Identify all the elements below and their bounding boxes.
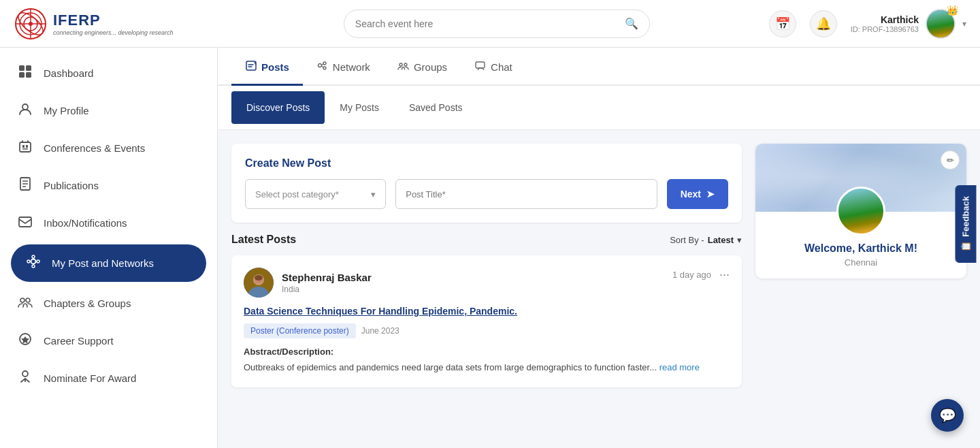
- post-author-avatar: [244, 268, 274, 298]
- svg-rect-9: [19, 72, 24, 78]
- sidebar-label-my-profile: My Profile: [44, 105, 89, 116]
- tab-groups-label: Groups: [414, 61, 447, 73]
- post-author-location: India: [282, 285, 372, 294]
- tab-posts[interactable]: Posts: [231, 48, 303, 86]
- svg-point-38: [323, 67, 326, 69]
- header-actions: 📅 🔔 Karthick ID: PROF-13896763 👑 ▾: [769, 9, 966, 39]
- svg-point-23: [37, 260, 39, 263]
- sidebar-label-conferences: Conferences & Events: [44, 142, 145, 154]
- create-post-title: Create New Post: [245, 157, 728, 170]
- network-tab-icon: [316, 60, 328, 74]
- search-input[interactable]: [355, 18, 625, 29]
- subtab-saved-posts[interactable]: Saved Posts: [394, 91, 478, 124]
- post-title-input[interactable]: [406, 189, 647, 199]
- svg-point-47: [255, 275, 263, 281]
- sort-by[interactable]: Sort By - Latest ▾: [670, 235, 742, 245]
- svg-rect-12: [20, 142, 31, 152]
- feedback-icon: 📋: [961, 241, 971, 252]
- my-post-networks-icon: [24, 254, 42, 272]
- svg-point-42: [404, 63, 407, 66]
- sidebar-label-my-post-networks: My Post and Networks: [52, 257, 154, 269]
- read-more-link[interactable]: read more: [659, 362, 700, 372]
- svg-rect-15: [22, 148, 28, 150]
- calendar-button[interactable]: 📅: [769, 10, 796, 37]
- logo-area: IFERP connecting engineers... developing…: [14, 7, 225, 41]
- sidebar-item-career-support[interactable]: Career Support: [0, 322, 217, 359]
- feedback-tab[interactable]: 📋 Feedback: [956, 185, 977, 263]
- sidebar-item-chapters-groups[interactable]: Chapters & Groups: [0, 285, 217, 322]
- post-more-button[interactable]: ···: [719, 268, 730, 282]
- iferp-logo-icon: [14, 7, 48, 41]
- post-author-details: Stephenraj Baskar India: [282, 272, 372, 294]
- sidebar-label-publications: Publications: [44, 180, 99, 191]
- chapters-groups-icon: [16, 294, 34, 313]
- svg-point-6: [29, 22, 33, 26]
- svg-point-25: [32, 265, 35, 268]
- groups-tab-icon: [397, 60, 409, 74]
- edit-icon: ✏: [947, 155, 954, 165]
- sidebar-label-chapters-groups: Chapters & Groups: [44, 298, 131, 309]
- dashboard-icon: [16, 64, 34, 82]
- sidebar: Dashboard My Profile Conferences & Event…: [0, 48, 218, 448]
- post-title-field[interactable]: [395, 179, 657, 209]
- latest-posts-header: Latest Posts Sort By - Latest ▾: [231, 234, 742, 246]
- category-select[interactable]: Select post category* ▾: [245, 179, 386, 209]
- search-icon: 🔍: [625, 17, 638, 30]
- feedback-label: Feedback: [961, 196, 971, 237]
- category-placeholder: Select post category*: [255, 189, 339, 199]
- svg-point-22: [27, 260, 30, 263]
- bell-icon: 🔔: [816, 16, 831, 31]
- subtab-my-posts[interactable]: My Posts: [325, 91, 394, 124]
- logo-title: IFERP: [53, 12, 174, 29]
- next-button[interactable]: Next ➤: [667, 179, 728, 209]
- svg-rect-20: [19, 217, 31, 227]
- search-box[interactable]: 🔍: [344, 10, 650, 38]
- post-abstract-label: Abstract/Description:: [244, 347, 730, 357]
- sidebar-item-nominate-award[interactable]: Nominate For Award: [0, 359, 217, 397]
- svg-point-34: [22, 371, 28, 377]
- profile-banner: ✏: [755, 144, 966, 212]
- tab-network-label: Network: [333, 61, 370, 73]
- main-content: Create New Post Select post category* ▾ …: [218, 130, 980, 401]
- chat-fab-button[interactable]: 💬: [931, 399, 964, 432]
- user-avatar-wrap: 👑: [926, 9, 956, 39]
- profile-edit-button[interactable]: ✏: [941, 150, 960, 170]
- sidebar-item-my-post-networks[interactable]: My Post and Networks: [11, 244, 206, 282]
- calendar-icon: 📅: [775, 16, 790, 31]
- conferences-icon: [16, 139, 34, 157]
- svg-point-36: [318, 64, 321, 67]
- user-dropdown-arrow[interactable]: ▾: [962, 19, 966, 29]
- post-title-link[interactable]: Data Science Techniques For Handling Epi…: [244, 306, 730, 317]
- sidebar-item-my-profile[interactable]: My Profile: [0, 92, 217, 129]
- post-date: June 2023: [361, 326, 399, 336]
- subtab-discover-posts[interactable]: Discover Posts: [231, 91, 325, 124]
- tab-chat[interactable]: Chat: [461, 48, 526, 86]
- category-dropdown-icon: ▾: [371, 189, 376, 199]
- sidebar-item-inbox[interactable]: Inbox/Notifications: [0, 204, 217, 242]
- content-area: Posts Network Groups Chat: [218, 48, 980, 448]
- tab-chat-label: Chat: [491, 61, 512, 73]
- sidebar-item-publications[interactable]: Publications: [0, 167, 217, 204]
- svg-point-24: [32, 255, 35, 258]
- profile-location: Chennai: [766, 257, 956, 268]
- sort-dropdown-icon: ▾: [737, 235, 742, 245]
- sidebar-item-conferences[interactable]: Conferences & Events: [0, 129, 217, 167]
- post-author-info: Stephenraj Baskar India: [244, 268, 372, 298]
- chat-fab-icon: 💬: [939, 407, 956, 423]
- career-support-icon: [16, 332, 34, 350]
- subtabs-bar: Discover Posts My Posts Saved Posts: [218, 86, 980, 130]
- user-details: Karthick ID: PROF-13896763: [851, 14, 919, 33]
- svg-point-30: [20, 298, 24, 302]
- notifications-button[interactable]: 🔔: [810, 10, 837, 37]
- svg-rect-43: [476, 62, 485, 68]
- svg-rect-7: [19, 65, 24, 71]
- svg-point-31: [26, 298, 30, 302]
- profile-panel: ✏ Welcome, Karthick M! Chennai: [755, 144, 966, 387]
- chat-tab-icon: [474, 60, 486, 74]
- sidebar-item-dashboard[interactable]: Dashboard: [0, 54, 217, 92]
- user-info[interactable]: Karthick ID: PROF-13896763 👑 ▾: [851, 9, 966, 39]
- svg-rect-14: [26, 145, 28, 148]
- tab-groups[interactable]: Groups: [384, 48, 461, 86]
- tab-network[interactable]: Network: [303, 48, 384, 86]
- tab-posts-label: Posts: [261, 61, 289, 73]
